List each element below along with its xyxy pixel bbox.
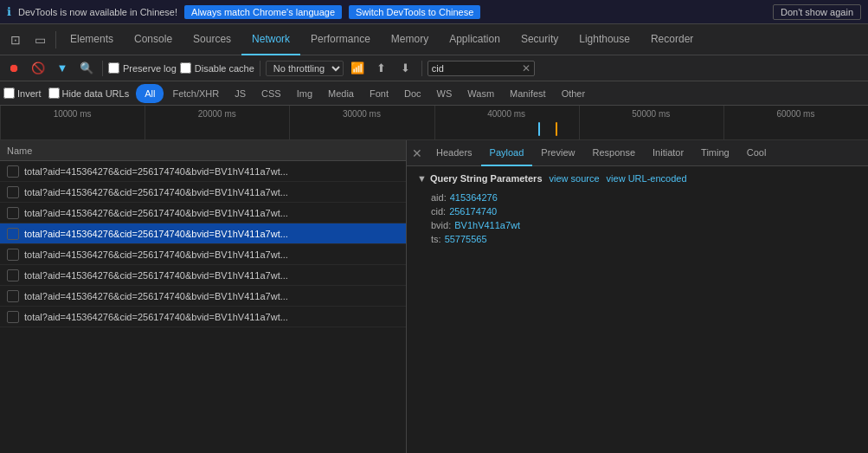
view-url-encoded-link[interactable]: view URL-encoded [607, 173, 687, 184]
row-checkbox[interactable] [7, 249, 19, 261]
dock-icon[interactable]: ⊡ [3, 28, 28, 52]
table-row[interactable]: total?aid=415364276&cid=256174740&bvid=B… [0, 182, 406, 203]
download-icon[interactable]: ⬇ [395, 58, 416, 79]
tab-initiator[interactable]: Initiator [644, 140, 692, 166]
clear-button[interactable]: 🚫 [28, 58, 48, 79]
filter-tab-fetch-xhr[interactable]: Fetch/XHR [165, 84, 226, 103]
match-language-button[interactable]: Always match Chrome's language [184, 5, 342, 19]
hide-data-urls-label[interactable]: Hide data URLs [48, 87, 130, 99]
timeline-bar-indicator2 [556, 122, 557, 136]
timeline-marker-3: 30000 ms [289, 109, 434, 119]
toolbar-divider [102, 61, 103, 76]
filter-tab-doc[interactable]: Doc [397, 84, 428, 103]
hide-data-urls-checkbox[interactable] [48, 87, 60, 99]
tab-payload[interactable]: Payload [481, 140, 533, 166]
tab-lighthouse[interactable]: Lighthouse [569, 24, 640, 55]
timeline-markers: 10000 ms 20000 ms 30000 ms 40000 ms 5000… [0, 106, 868, 119]
tab-application[interactable]: Application [439, 24, 511, 55]
details-tab-bar: ✕ Headers Payload Preview Response Initi… [407, 140, 868, 166]
tab-elements[interactable]: Elements [60, 24, 124, 55]
tab-sources[interactable]: Sources [183, 24, 241, 55]
table-row[interactable]: total?aid=415364276&cid=256174740&bvid=B… [0, 307, 406, 327]
filter-tab-js[interactable]: JS [228, 84, 253, 103]
filter-tab-other[interactable]: Other [555, 84, 593, 103]
device-icon[interactable]: ▭ [28, 28, 52, 52]
filter-tab-wasm[interactable]: Wasm [460, 84, 501, 103]
details-panel: ✕ Headers Payload Preview Response Initi… [407, 140, 868, 453]
main-content: Name total?aid=415364276&cid=256174740&b… [0, 140, 868, 453]
requests-panel: Name total?aid=415364276&cid=256174740&b… [0, 140, 407, 453]
param-key-ts: ts: [431, 234, 441, 244]
disable-cache-checkbox[interactable] [180, 62, 191, 74]
tab-recorder[interactable]: Recorder [640, 24, 704, 55]
row-checkbox[interactable] [7, 311, 19, 323]
banner-text: DevTools is now available in Chinese! [18, 7, 177, 17]
param-value-aid: 415364276 [450, 192, 498, 203]
payload-param-ts: ts: 55775565 [417, 232, 858, 246]
search-box: ✕ [428, 61, 535, 76]
tab-cool[interactable]: Cool [738, 140, 775, 166]
param-key-cid: cid: [431, 206, 446, 217]
payload-param-aid: aid: 415364276 [417, 191, 858, 204]
view-source-link[interactable]: view source [550, 173, 600, 184]
filter-tab-css[interactable]: CSS [254, 84, 288, 103]
row-checkbox[interactable] [7, 290, 19, 302]
tab-console[interactable]: Console [124, 24, 183, 55]
param-value-cid: 256174740 [449, 206, 497, 217]
tab-performance[interactable]: Performance [300, 24, 381, 55]
timeline-marker-5: 50000 ms [579, 109, 723, 119]
payload-param-bvid: bvid: BV1hV411a7wt [417, 218, 858, 232]
main-tab-bar: ⊡ ▭ Elements Console Sources Network Per… [0, 24, 868, 55]
record-button[interactable]: ⏺ [3, 58, 24, 79]
table-row[interactable]: total?aid=415364276&cid=256174740&bvid=B… [0, 161, 406, 182]
tab-headers[interactable]: Headers [428, 140, 481, 166]
tab-response[interactable]: Response [583, 140, 644, 166]
requests-header: Name [0, 140, 406, 161]
row-checkbox[interactable] [7, 207, 19, 219]
row-checkbox[interactable] [7, 228, 19, 240]
timeline: 10000 ms 20000 ms 30000 ms 40000 ms 5000… [0, 106, 868, 140]
preserve-log-checkbox[interactable] [108, 62, 119, 74]
tab-security[interactable]: Security [511, 24, 569, 55]
filter-tab-font[interactable]: Font [363, 84, 395, 103]
filter-tab-img[interactable]: Img [290, 84, 319, 103]
switch-to-chinese-button[interactable]: Switch DevTools to Chinese [349, 5, 480, 19]
timeline-marker-2: 20000 ms [145, 109, 289, 119]
search-clear-icon[interactable]: ✕ [522, 62, 530, 74]
param-value-ts: 55775565 [445, 234, 487, 244]
disable-cache-label[interactable]: Disable cache [180, 62, 254, 74]
table-row[interactable]: total?aid=415364276&cid=256174740&bvid=B… [0, 265, 406, 286]
toolbar-divider3 [421, 61, 422, 76]
param-key-aid: aid: [431, 192, 447, 203]
preserve-log-label[interactable]: Preserve log [108, 62, 177, 74]
wifi-icon[interactable]: 📶 [347, 58, 368, 79]
throttling-select[interactable]: No throttling [266, 61, 344, 76]
table-row[interactable]: total?aid=415364276&cid=256174740&bvid=B… [0, 223, 406, 244]
close-details-button[interactable]: ✕ [407, 143, 428, 164]
row-checkbox[interactable] [7, 269, 19, 282]
tab-network[interactable]: Network [241, 24, 300, 55]
devtools-banner: ℹ DevTools is now available in Chinese! … [0, 0, 868, 24]
tab-timing[interactable]: Timing [692, 140, 738, 166]
invert-label[interactable]: Invert [3, 87, 42, 99]
table-row[interactable]: total?aid=415364276&cid=256174740&bvid=B… [0, 244, 406, 265]
search-input[interactable] [432, 63, 518, 74]
table-row[interactable]: total?aid=415364276&cid=256174740&bvid=B… [0, 286, 406, 307]
invert-checkbox[interactable] [3, 87, 15, 99]
filter-tab-all[interactable]: All [136, 84, 164, 103]
param-value-bvid: BV1hV411a7wt [454, 220, 520, 230]
search-button[interactable]: 🔍 [76, 58, 97, 79]
upload-icon[interactable]: ⬆ [371, 58, 392, 79]
filter-button[interactable]: ▼ [52, 58, 73, 79]
row-checkbox[interactable] [7, 165, 19, 178]
tab-memory[interactable]: Memory [381, 24, 439, 55]
row-checkbox[interactable] [7, 186, 19, 198]
network-toolbar: ⏺ 🚫 ▼ 🔍 Preserve log Disable cache No th… [0, 55, 868, 81]
dont-show-again-button[interactable]: Don't show again [773, 4, 861, 20]
payload-section-title: ▼ Query String Parameters [417, 173, 543, 184]
filter-tab-media[interactable]: Media [321, 84, 361, 103]
table-row[interactable]: total?aid=415364276&cid=256174740&bvid=B… [0, 203, 406, 223]
filter-tab-manifest[interactable]: Manifest [503, 84, 553, 103]
tab-preview[interactable]: Preview [532, 140, 583, 166]
filter-tab-ws[interactable]: WS [430, 84, 460, 103]
